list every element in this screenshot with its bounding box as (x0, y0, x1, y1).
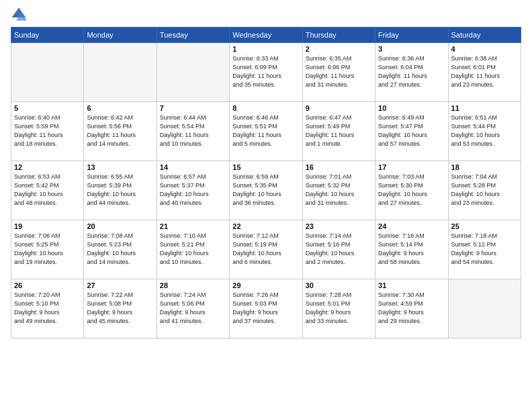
day-info: Sunrise: 7:06 AMSunset: 5:25 PMDaylight:… (14, 232, 81, 267)
day-info: Sunrise: 6:40 AMSunset: 5:59 PMDaylight:… (14, 113, 81, 148)
day-info: Sunrise: 7:01 AMSunset: 5:32 PMDaylight:… (306, 173, 372, 208)
day-number: 3 (378, 45, 445, 53)
calendar-cell: 27Sunrise: 7:22 AMSunset: 5:08 PMDayligh… (84, 279, 157, 338)
calendar-cell: 15Sunrise: 6:59 AMSunset: 5:35 PMDayligh… (230, 161, 302, 220)
day-number: 2 (306, 45, 372, 53)
day-info: Sunrise: 6:51 AMSunset: 5:44 PMDaylight:… (451, 113, 518, 148)
calendar-cell: 4Sunrise: 6:38 AMSunset: 6:01 PMDaylight… (448, 43, 521, 102)
day-number: 16 (306, 163, 372, 171)
day-info: Sunrise: 6:57 AMSunset: 5:37 PMDaylight:… (160, 173, 226, 208)
day-info: Sunrise: 7:28 AMSunset: 5:01 PMDaylight:… (306, 291, 372, 326)
day-number: 29 (232, 281, 299, 289)
day-number: 12 (14, 163, 81, 171)
day-number: 8 (232, 104, 299, 112)
day-number: 26 (14, 281, 81, 289)
calendar-cell: 29Sunrise: 7:26 AMSunset: 5:03 PMDayligh… (230, 279, 302, 338)
calendar-cell (157, 43, 229, 102)
day-info: Sunrise: 6:44 AMSunset: 5:54 PMDaylight:… (160, 113, 226, 148)
weekday-header-thursday: Thursday (302, 28, 375, 43)
day-number: 18 (451, 163, 518, 171)
calendar-week-2: 5Sunrise: 6:40 AMSunset: 5:59 PMDaylight… (11, 102, 521, 161)
calendar-week-3: 12Sunrise: 6:53 AMSunset: 5:42 PMDayligh… (11, 161, 521, 220)
header (11, 7, 521, 23)
calendar-cell: 14Sunrise: 6:57 AMSunset: 5:37 PMDayligh… (157, 161, 229, 220)
day-number: 20 (87, 222, 153, 230)
day-number: 1 (232, 45, 299, 53)
day-info: Sunrise: 7:24 AMSunset: 5:06 PMDaylight:… (160, 291, 226, 326)
day-number: 17 (378, 163, 445, 171)
weekday-header-saturday: Saturday (448, 28, 521, 43)
weekday-header-sunday: Sunday (11, 28, 84, 43)
day-number: 28 (160, 281, 226, 289)
calendar-cell: 10Sunrise: 6:49 AMSunset: 5:47 PMDayligh… (375, 102, 448, 161)
logo (11, 7, 30, 23)
calendar-cell: 31Sunrise: 7:30 AMSunset: 4:59 PMDayligh… (375, 279, 448, 338)
main-container: SundayMondayTuesdayWednesdayThursdayFrid… (0, 0, 532, 342)
calendar-cell: 3Sunrise: 6:36 AMSunset: 6:04 PMDaylight… (375, 43, 448, 102)
calendar-cell: 23Sunrise: 7:14 AMSunset: 5:16 PMDayligh… (302, 220, 375, 279)
calendar-cell: 25Sunrise: 7:18 AMSunset: 5:12 PMDayligh… (448, 220, 521, 279)
day-info: Sunrise: 6:55 AMSunset: 5:39 PMDaylight:… (87, 173, 153, 208)
calendar-cell: 16Sunrise: 7:01 AMSunset: 5:32 PMDayligh… (302, 161, 375, 220)
day-number: 22 (232, 222, 299, 230)
day-number: 30 (306, 281, 372, 289)
calendar-week-4: 19Sunrise: 7:06 AMSunset: 5:25 PMDayligh… (11, 220, 521, 279)
day-info: Sunrise: 7:04 AMSunset: 5:28 PMDaylight:… (451, 173, 518, 208)
day-number: 14 (160, 163, 226, 171)
calendar-cell: 12Sunrise: 6:53 AMSunset: 5:42 PMDayligh… (11, 161, 84, 220)
day-number: 13 (87, 163, 153, 171)
calendar-week-5: 26Sunrise: 7:20 AMSunset: 5:10 PMDayligh… (11, 279, 521, 338)
day-info: Sunrise: 7:18 AMSunset: 5:12 PMDaylight:… (451, 232, 518, 267)
day-info: Sunrise: 6:49 AMSunset: 5:47 PMDaylight:… (378, 113, 445, 148)
weekday-header-row: SundayMondayTuesdayWednesdayThursdayFrid… (11, 28, 521, 43)
day-info: Sunrise: 6:38 AMSunset: 6:01 PMDaylight:… (451, 54, 518, 89)
day-info: Sunrise: 6:47 AMSunset: 5:49 PMDaylight:… (306, 113, 372, 148)
calendar-cell (448, 279, 521, 338)
weekday-header-tuesday: Tuesday (157, 28, 229, 43)
day-number: 5 (14, 104, 81, 112)
day-number: 6 (87, 104, 153, 112)
calendar-cell: 18Sunrise: 7:04 AMSunset: 5:28 PMDayligh… (448, 161, 521, 220)
day-info: Sunrise: 7:14 AMSunset: 5:16 PMDaylight:… (306, 232, 372, 267)
day-info: Sunrise: 7:30 AMSunset: 4:59 PMDaylight:… (378, 291, 445, 326)
day-info: Sunrise: 7:16 AMSunset: 5:14 PMDaylight:… (378, 232, 445, 267)
day-info: Sunrise: 7:03 AMSunset: 5:30 PMDaylight:… (378, 173, 445, 208)
calendar-cell: 11Sunrise: 6:51 AMSunset: 5:44 PMDayligh… (448, 102, 521, 161)
calendar-cell: 5Sunrise: 6:40 AMSunset: 5:59 PMDaylight… (11, 102, 84, 161)
day-info: Sunrise: 7:08 AMSunset: 5:23 PMDaylight:… (87, 232, 153, 267)
day-info: Sunrise: 7:22 AMSunset: 5:08 PMDaylight:… (87, 291, 153, 326)
calendar-cell: 9Sunrise: 6:47 AMSunset: 5:49 PMDaylight… (302, 102, 375, 161)
day-number: 19 (14, 222, 81, 230)
calendar-cell: 2Sunrise: 6:35 AMSunset: 6:06 PMDaylight… (302, 43, 375, 102)
day-number: 21 (160, 222, 226, 230)
day-info: Sunrise: 6:42 AMSunset: 5:56 PMDaylight:… (87, 113, 153, 148)
day-number: 4 (451, 45, 518, 53)
day-info: Sunrise: 7:10 AMSunset: 5:21 PMDaylight:… (160, 232, 226, 267)
day-number: 24 (378, 222, 445, 230)
calendar-cell (11, 43, 84, 102)
weekday-header-friday: Friday (375, 28, 448, 43)
day-number: 11 (451, 104, 518, 112)
calendar-week-1: 1Sunrise: 6:33 AMSunset: 6:09 PMDaylight… (11, 43, 521, 102)
day-info: Sunrise: 7:12 AMSunset: 5:19 PMDaylight:… (232, 232, 299, 267)
calendar-cell: 8Sunrise: 6:46 AMSunset: 5:51 PMDaylight… (230, 102, 302, 161)
calendar-cell: 20Sunrise: 7:08 AMSunset: 5:23 PMDayligh… (84, 220, 157, 279)
day-info: Sunrise: 7:26 AMSunset: 5:03 PMDaylight:… (232, 291, 299, 326)
calendar-cell: 6Sunrise: 6:42 AMSunset: 5:56 PMDaylight… (84, 102, 157, 161)
calendar-cell: 13Sunrise: 6:55 AMSunset: 5:39 PMDayligh… (84, 161, 157, 220)
calendar-cell: 7Sunrise: 6:44 AMSunset: 5:54 PMDaylight… (157, 102, 229, 161)
calendar-cell: 28Sunrise: 7:24 AMSunset: 5:06 PMDayligh… (157, 279, 229, 338)
calendar-table: SundayMondayTuesdayWednesdayThursdayFrid… (11, 27, 521, 338)
calendar-cell: 17Sunrise: 7:03 AMSunset: 5:30 PMDayligh… (375, 161, 448, 220)
day-info: Sunrise: 6:46 AMSunset: 5:51 PMDaylight:… (232, 113, 299, 148)
day-info: Sunrise: 6:35 AMSunset: 6:06 PMDaylight:… (306, 54, 372, 89)
day-number: 15 (232, 163, 299, 171)
day-number: 9 (306, 104, 372, 112)
day-number: 23 (306, 222, 372, 230)
day-info: Sunrise: 6:36 AMSunset: 6:04 PMDaylight:… (378, 54, 445, 89)
calendar-cell (84, 43, 157, 102)
calendar-cell: 1Sunrise: 6:33 AMSunset: 6:09 PMDaylight… (230, 43, 302, 102)
calendar-cell: 26Sunrise: 7:20 AMSunset: 5:10 PMDayligh… (11, 279, 84, 338)
day-number: 25 (451, 222, 518, 230)
day-info: Sunrise: 6:33 AMSunset: 6:09 PMDaylight:… (232, 54, 299, 89)
